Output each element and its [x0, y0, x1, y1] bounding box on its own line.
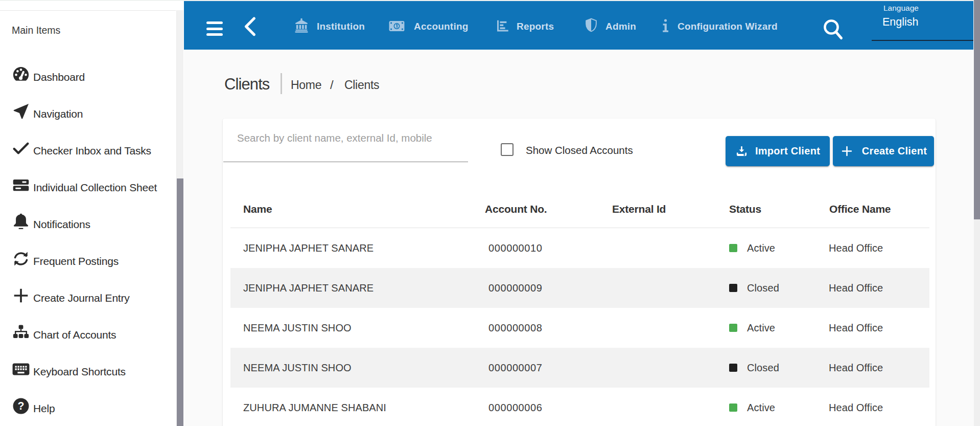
- svg-text:?: ?: [18, 400, 25, 412]
